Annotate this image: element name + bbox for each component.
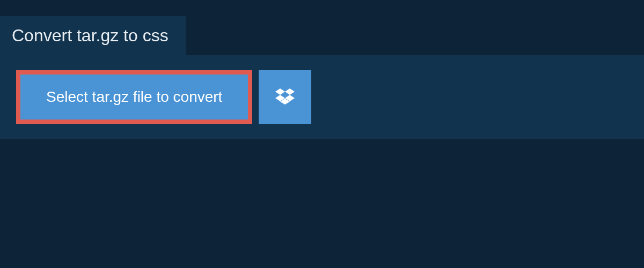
main-panel: Select tar.gz file to convert [0,55,644,139]
page-title: Convert tar.gz to css [12,26,169,46]
select-file-button[interactable]: Select tar.gz file to convert [16,70,252,124]
select-file-label: Select tar.gz file to convert [46,88,222,106]
dropbox-icon [275,87,295,108]
header-tab: Convert tar.gz to css [0,16,186,55]
button-row: Select tar.gz file to convert [16,70,628,124]
dropbox-button[interactable] [259,70,311,124]
